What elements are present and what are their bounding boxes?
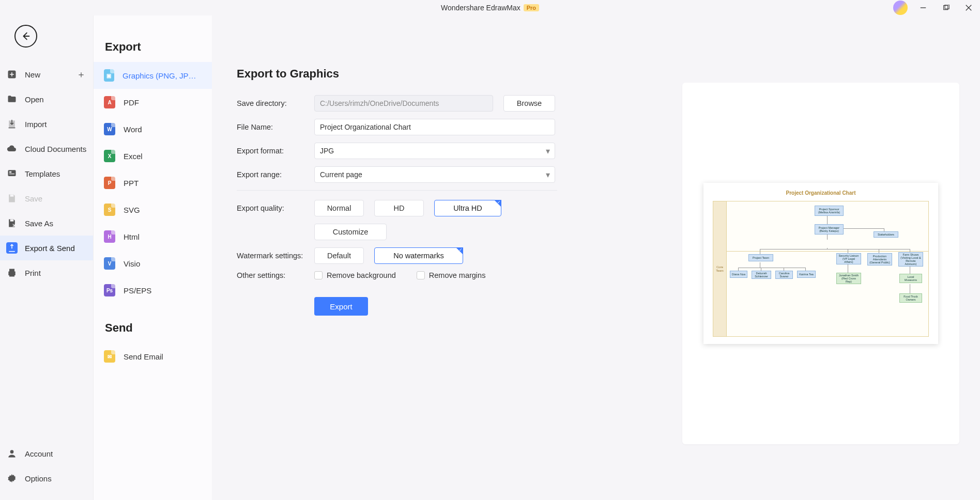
nav-open[interactable]: Open <box>0 87 93 112</box>
preview-side-label: Core Team <box>713 201 727 336</box>
label-export-format: Export format: <box>237 147 314 155</box>
nav-options[interactable]: Options <box>0 466 93 491</box>
section-heading-send: Send <box>94 304 212 343</box>
quality-ultra-hd[interactable]: Ultra HD <box>434 200 501 216</box>
nav-label: Options <box>25 474 52 483</box>
label-watermark: Watermark settings: <box>237 252 314 260</box>
export-type-pseps[interactable]: Ps PS/EPS <box>94 277 212 304</box>
nav-label: Save As <box>25 219 53 228</box>
label-other: Other settings: <box>237 271 314 279</box>
export-type-label: Html <box>124 232 140 241</box>
nav-label: Save <box>25 194 42 203</box>
save-as-icon <box>6 217 18 229</box>
app-title: Wondershare EdrawMax <box>441 4 520 12</box>
preview-title: Project Organizational Chart <box>713 190 929 196</box>
nav-import[interactable]: Import <box>0 112 93 136</box>
user-icon <box>6 448 18 459</box>
nav-label: New <box>25 70 40 79</box>
svg-file-icon: S <box>104 204 115 216</box>
label-save-directory: Save directory: <box>237 99 314 107</box>
divider <box>237 190 557 191</box>
import-icon <box>6 118 18 130</box>
nav-save-as[interactable]: Save As <box>0 211 93 236</box>
mail-icon: ✉ <box>104 350 115 363</box>
cloud-icon <box>6 143 18 154</box>
export-format-select[interactable]: JPG <box>314 143 555 159</box>
templates-icon <box>6 168 18 179</box>
ppt-file-icon: P <box>104 177 115 189</box>
primary-sidebar: New ＋ Open Import Cloud Documents Templa… <box>0 15 93 500</box>
nav-label: Import <box>25 120 47 129</box>
svg-rect-13 <box>8 170 16 176</box>
html-file-icon: H <box>104 230 115 243</box>
nav-label: Export & Send <box>25 244 75 253</box>
secondary-sidebar: Export ▣ Graphics (PNG, JPG et... A PDF … <box>93 15 212 500</box>
remove-margins-checkbox[interactable] <box>417 271 425 279</box>
remove-background-checkbox[interactable] <box>314 271 323 279</box>
titlebar: Wondershare EdrawMax Pro <box>0 0 980 15</box>
visio-file-icon: V <box>104 257 115 270</box>
export-type-label: PS/EPS <box>124 286 151 295</box>
export-range-select[interactable]: Current page <box>314 166 555 183</box>
nav-label: Print <box>25 269 41 277</box>
svg-rect-16 <box>10 195 14 197</box>
nav-account[interactable]: Account <box>0 441 93 466</box>
nav-label: Account <box>25 449 53 458</box>
quality-normal[interactable]: Normal <box>314 200 364 216</box>
save-icon <box>6 193 18 204</box>
nav-templates[interactable]: Templates <box>0 161 93 186</box>
ps-file-icon: Ps <box>104 284 115 296</box>
save-directory-input[interactable] <box>314 95 493 112</box>
export-type-label: Excel <box>124 152 143 161</box>
pdf-file-icon: A <box>104 96 115 108</box>
gear-icon <box>6 473 18 484</box>
close-button[interactable] <box>961 1 976 15</box>
preview-pane: Project Organizational Chart Core Team <box>682 83 959 444</box>
section-heading-export: Export <box>94 40 212 62</box>
export-type-excel[interactable]: X Excel <box>94 143 212 169</box>
back-button[interactable] <box>14 25 37 48</box>
export-button[interactable]: Export <box>314 297 368 316</box>
export-type-label: Visio <box>124 259 140 268</box>
export-type-ppt[interactable]: P PPT <box>94 169 212 196</box>
export-type-pdf[interactable]: A PDF <box>94 89 212 116</box>
export-type-word[interactable]: W Word <box>94 116 212 143</box>
page-title: Export to Graphics <box>237 67 959 81</box>
export-type-label: PDF <box>124 98 139 107</box>
nav-new[interactable]: New ＋ <box>0 62 93 87</box>
image-file-icon: ▣ <box>104 69 114 82</box>
minimize-button[interactable] <box>916 1 930 15</box>
nav-label: Cloud Documents <box>25 145 86 153</box>
excel-file-icon: X <box>104 150 115 162</box>
send-label: Send Email <box>124 352 163 361</box>
nav-label: Templates <box>25 169 60 178</box>
nav-export-send[interactable]: Export & Send <box>0 236 93 260</box>
plus-square-icon <box>6 69 18 80</box>
nav-save: Save <box>0 186 93 211</box>
file-name-input[interactable] <box>314 119 555 135</box>
send-email[interactable]: ✉ Send Email <box>94 343 212 370</box>
svg-rect-17 <box>10 220 14 222</box>
remove-background-label: Remove background <box>327 271 396 279</box>
export-type-label: SVG <box>124 206 140 214</box>
nav-print[interactable]: Print <box>0 260 93 285</box>
quality-customize[interactable]: Customize <box>314 224 387 240</box>
watermark-none[interactable]: No watermarks <box>374 247 463 264</box>
svg-rect-14 <box>9 171 11 173</box>
quality-hd[interactable]: HD <box>374 200 424 216</box>
nav-label: Open <box>25 95 44 104</box>
browse-button[interactable]: Browse <box>503 95 555 112</box>
export-type-label: Graphics (PNG, JPG et... <box>122 71 202 80</box>
maximize-button[interactable] <box>939 1 953 15</box>
preview-document: Project Organizational Chart Core Team <box>703 183 938 344</box>
nav-cloud-documents[interactable]: Cloud Documents <box>0 136 93 161</box>
user-avatar[interactable] <box>893 1 908 15</box>
watermark-default[interactable]: Default <box>314 247 364 264</box>
export-type-graphics[interactable]: ▣ Graphics (PNG, JPG et... <box>94 62 212 89</box>
export-type-html[interactable]: H Html <box>94 223 212 250</box>
remove-margins-label: Remove margins <box>429 271 486 279</box>
plus-icon[interactable]: ＋ <box>76 68 86 81</box>
main-panel: Export to Graphics Save directory: Brows… <box>212 15 980 500</box>
export-type-svg[interactable]: S SVG <box>94 196 212 223</box>
export-type-visio[interactable]: V Visio <box>94 250 212 277</box>
